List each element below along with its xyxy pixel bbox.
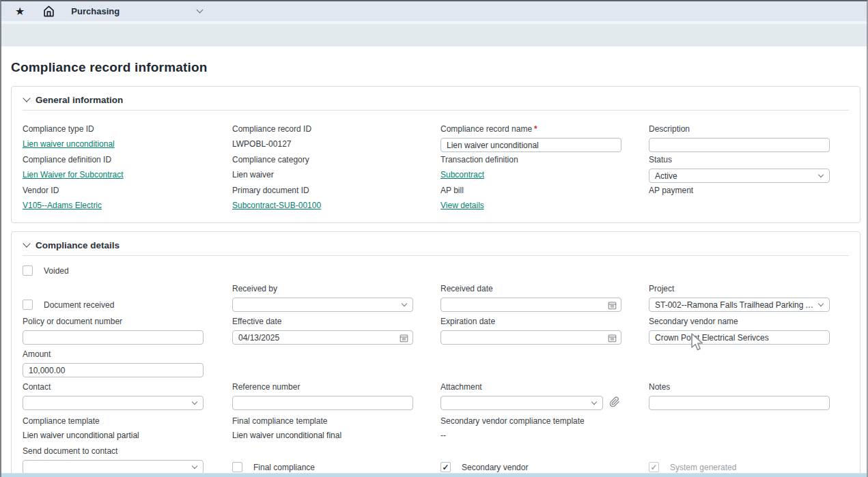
- field-label: Compliance definition ID: [23, 155, 232, 164]
- field-send-document: Send document to contact: [23, 446, 232, 474]
- field-vendor-id: Vendor ID V105--Adams Electric: [23, 186, 232, 212]
- field-label: Received by: [232, 284, 440, 293]
- compliance-definition-id-link[interactable]: Lien Waiver for Subcontract: [23, 170, 124, 179]
- compliance-template-value: Lien waiver unconditional partial: [23, 431, 232, 440]
- module-selector[interactable]: Purchasing: [71, 6, 202, 16]
- contact-select[interactable]: [23, 396, 204, 410]
- project-select[interactable]: ST-002--Ramona Falls Trailhead Parking A…: [649, 298, 830, 312]
- field-label: Compliance template: [23, 416, 232, 426]
- window-bottom-edge: [1, 473, 867, 477]
- policy-number-input[interactable]: [23, 330, 204, 345]
- ap-bill-view-details-link[interactable]: View details: [440, 201, 484, 210]
- field-compliance-record-name: Compliance record name*: [440, 124, 649, 152]
- system-generated-checkbox: ✓ System generated: [649, 462, 849, 472]
- field-label: AP bill: [440, 186, 649, 195]
- field-label: Secondary vendor name: [649, 317, 849, 326]
- field-expiration-date: Expiration date: [440, 317, 649, 345]
- checkbox-label: System generated: [670, 463, 736, 472]
- field-label: Primary document ID: [232, 186, 440, 195]
- transaction-definition-link[interactable]: Subcontract: [440, 170, 484, 179]
- chevron-down-icon: [402, 300, 407, 306]
- voided-checkbox[interactable]: Voided: [23, 265, 849, 276]
- calendar-icon[interactable]: [608, 300, 617, 313]
- checkbox-label: Secondary vendor: [462, 463, 528, 472]
- notes-input[interactable]: [649, 396, 830, 410]
- received-by-select[interactable]: [232, 298, 413, 312]
- project-select-value: ST-002--Ramona Falls Trailhead Parking A…: [655, 300, 814, 310]
- app-window: ★ Purchasing Compliance record informati…: [0, 0, 868, 477]
- status-select[interactable]: Active: [649, 169, 830, 183]
- field-description: Description: [649, 124, 849, 152]
- field-label: AP payment: [649, 186, 849, 195]
- compliance-details-section-toggle[interactable]: Compliance details: [23, 239, 849, 256]
- field-received-date: Received date: [440, 284, 649, 312]
- effective-date-input[interactable]: [232, 330, 413, 345]
- field-compliance-category: Compliance category Lien waiver: [232, 155, 440, 183]
- primary-document-id-link[interactable]: Subcontract-SUB-00100: [232, 201, 321, 210]
- checkbox-label: Document received: [44, 300, 114, 310]
- required-asterisk: *: [534, 124, 537, 134]
- field-label: Attachment: [440, 382, 649, 392]
- field-secondary-vendor-template: Secondary vendor compliance template --: [440, 416, 649, 440]
- description-input[interactable]: [649, 138, 830, 152]
- document-received-checkbox[interactable]: Document received: [23, 300, 232, 310]
- paperclip-icon[interactable]: [609, 396, 620, 410]
- field-status: Status Active: [649, 155, 849, 183]
- home-icon[interactable]: [43, 5, 55, 17]
- collapse-chevron-icon: [23, 240, 30, 247]
- field-compliance-record-id: Compliance record ID LWPOBL-00127: [232, 124, 440, 152]
- received-date-input[interactable]: [440, 298, 621, 312]
- calendar-icon[interactable]: [400, 333, 408, 345]
- field-project: Project ST-002--Ramona Falls Trailhead P…: [649, 284, 849, 312]
- checkbox-box: [23, 265, 33, 276]
- field-label: Compliance record name*: [440, 124, 649, 134]
- reference-number-input[interactable]: [232, 396, 413, 410]
- compliance-details-section: Compliance details Voided Document recei…: [11, 231, 860, 477]
- secondary-vendor-name-input[interactable]: [649, 330, 830, 345]
- final-compliance-checkbox[interactable]: Final compliance: [232, 462, 440, 472]
- send-document-select[interactable]: [23, 460, 204, 474]
- field-attachment: Attachment: [440, 382, 649, 410]
- checkbox-box: ✓: [649, 462, 659, 472]
- field-label: Compliance category: [232, 155, 440, 164]
- field-label: Reference number: [232, 382, 440, 392]
- secondary-nav-bar: [1, 24, 867, 46]
- field-label: Compliance record ID: [232, 124, 440, 134]
- section-title: Compliance details: [36, 240, 120, 250]
- field-label: Effective date: [232, 317, 440, 326]
- field-compliance-definition-id: Compliance definition ID Lien Waiver for…: [23, 155, 232, 183]
- chevron-down-icon: [818, 171, 824, 177]
- chevron-down-icon: [192, 399, 197, 404]
- field-label: Expiration date: [440, 317, 649, 326]
- field-reference-number: Reference number: [232, 382, 440, 410]
- field-notes: Notes: [649, 382, 849, 410]
- compliance-type-id-link[interactable]: Lien waiver unconditional: [23, 139, 115, 149]
- chevron-down-icon: [591, 399, 597, 404]
- favorites-star-icon[interactable]: ★: [15, 6, 25, 17]
- field-label: Vendor ID: [23, 186, 232, 195]
- amount-input[interactable]: [23, 363, 204, 377]
- field-label: Transaction definition: [440, 155, 649, 164]
- field-label: Notes: [649, 382, 849, 392]
- general-information-section: General information Compliance type ID L…: [11, 86, 860, 223]
- general-information-section-toggle[interactable]: General information: [23, 93, 849, 111]
- secondary-vendor-checkbox[interactable]: ✓ Secondary vendor: [440, 462, 649, 472]
- checkbox-box: [23, 300, 33, 310]
- page-title: Compliance record information: [11, 60, 867, 75]
- field-label: Policy or document number: [23, 317, 232, 326]
- attachment-select[interactable]: [440, 396, 603, 410]
- field-final-compliance-template: Final compliance template Lien waiver un…: [232, 416, 440, 440]
- compliance-record-name-input[interactable]: [440, 138, 621, 152]
- field-label: Contact: [23, 382, 232, 392]
- field-label: Compliance type ID: [23, 124, 232, 134]
- field-primary-document-id: Primary document ID Subcontract-SUB-0010…: [232, 186, 440, 212]
- calendar-icon[interactable]: [608, 333, 617, 345]
- field-label: Send document to contact: [23, 446, 232, 456]
- field-label: Amount: [23, 349, 232, 359]
- chevron-down-icon: [197, 7, 204, 14]
- expiration-date-input[interactable]: [440, 330, 621, 345]
- status-select-value: Active: [655, 171, 677, 181]
- vendor-id-link[interactable]: V105--Adams Electric: [23, 201, 102, 210]
- section-title: General information: [36, 95, 123, 105]
- collapse-chevron-icon: [23, 94, 30, 102]
